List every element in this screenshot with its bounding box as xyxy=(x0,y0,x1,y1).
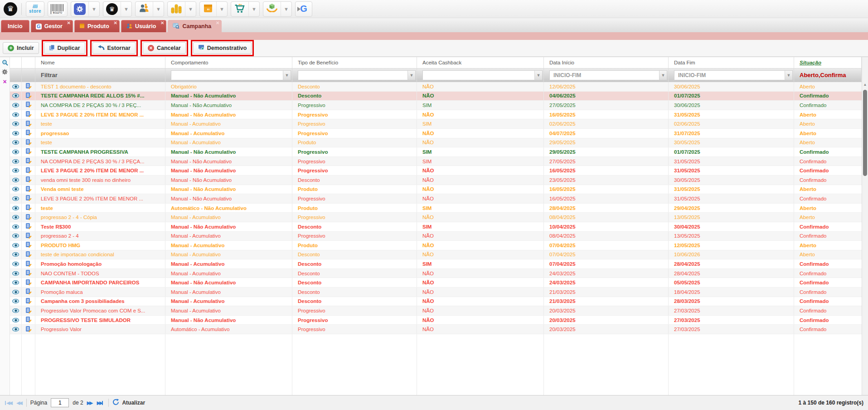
table-row[interactable]: LEVE 3 PAGUE 2 20% ITEM DE MENOR ... Man… xyxy=(10,110,862,120)
chevron-down-icon[interactable]: ▼ xyxy=(283,71,291,80)
eye-icon[interactable] xyxy=(12,168,19,173)
boleto-button[interactable]: BOLETO xyxy=(48,1,68,17)
product-dropdown-arrow[interactable]: ▼ xyxy=(216,2,227,16)
table-row[interactable]: TEST 1 documento - desconto Obrigatório … xyxy=(10,82,862,92)
gestor-dropdown-arrow[interactable]: ▼ xyxy=(121,2,131,16)
column-header-data-inicio[interactable]: Data Início xyxy=(544,57,669,68)
notes-icon[interactable] xyxy=(25,269,32,277)
eye-icon[interactable] xyxy=(12,252,19,257)
eye-icon[interactable] xyxy=(12,196,19,201)
notes-icon[interactable] xyxy=(25,101,32,109)
last-page-button[interactable]: ▶▶ xyxy=(97,400,105,406)
eye-icon[interactable] xyxy=(12,140,19,145)
column-header-tipo-beneficio[interactable]: Tipo de Benefício xyxy=(292,57,417,68)
eye-icon[interactable] xyxy=(12,150,19,154)
incluir-button[interactable]: + Incluir xyxy=(3,42,39,54)
notes-icon[interactable] xyxy=(25,83,32,90)
apply-filter-icon[interactable] xyxy=(1,59,8,66)
delivery-dropdown-arrow[interactable]: ▼ xyxy=(281,2,291,16)
close-tab-icon[interactable]: ✕ xyxy=(67,21,71,25)
table-row[interactable]: venda omni teste 300 reais no dinheiro M… xyxy=(10,176,862,185)
app-logo-crown-icon[interactable]: ♛ xyxy=(4,2,17,16)
notes-icon[interactable] xyxy=(25,288,32,296)
notes-icon[interactable] xyxy=(25,157,32,165)
eye-icon[interactable] xyxy=(12,271,19,276)
table-row[interactable]: LEVE 3 PAGUE 2 20% ITEM DE MENOR ... Man… xyxy=(10,166,862,176)
eye-icon[interactable] xyxy=(12,280,19,285)
table-row[interactable]: PROGRESSIVO TESTE SIMULADOR Manual - Não… xyxy=(10,316,862,325)
notes-icon[interactable] xyxy=(25,316,32,324)
eye-icon[interactable] xyxy=(12,206,19,210)
chevron-down-icon[interactable]: ▼ xyxy=(659,71,667,80)
notes-icon[interactable] xyxy=(25,120,32,128)
atualizar-button[interactable]: Atualizar xyxy=(112,399,145,407)
duplicar-button[interactable]: Duplicar xyxy=(44,42,85,54)
table-row[interactable]: LEVE 3 PAGUE 2 20% ITEM DE MENOR ... Man… xyxy=(10,194,862,204)
table-row[interactable]: NA COMPRA DE 2 PEÇAS 30 % / 3 PEÇ... Man… xyxy=(10,101,862,110)
eye-icon[interactable] xyxy=(12,215,19,220)
eye-icon[interactable] xyxy=(12,122,19,126)
tab-inicio[interactable]: Início xyxy=(1,20,29,32)
notes-icon[interactable] xyxy=(25,214,32,221)
settings-dropdown-arrow[interactable]: ▼ xyxy=(88,2,99,16)
situacao-filter-value[interactable]: Aberto,Confirma xyxy=(794,68,862,82)
aceita-cashback-filter-field[interactable]: ▼ xyxy=(422,70,543,80)
table-row[interactable]: Teste R$300 Manual - Não Acumulativo Des… xyxy=(10,222,862,232)
notes-icon[interactable] xyxy=(25,185,32,193)
tab-usuario[interactable]: Usuário ✕ xyxy=(121,20,167,32)
table-row[interactable]: Venda omni teste Manual - Não Acumulativ… xyxy=(10,185,862,195)
illi-store-button[interactable]: illi store xyxy=(26,1,44,17)
notes-icon[interactable] xyxy=(25,111,32,118)
close-tab-icon[interactable]: ✕ xyxy=(216,21,219,25)
eye-icon[interactable] xyxy=(12,112,19,117)
page-number-input[interactable] xyxy=(51,398,69,407)
notes-icon[interactable] xyxy=(25,232,32,240)
table-row[interactable]: Campanha com 3 possibiliadades Manual - … xyxy=(10,297,862,307)
notes-icon[interactable] xyxy=(25,195,32,202)
notes-icon[interactable] xyxy=(25,260,32,268)
comportamento-filter-field[interactable]: ▼ xyxy=(171,70,291,80)
table-row[interactable]: progressao 2 - 4 Manual - Acumulativo Pr… xyxy=(10,232,862,241)
table-row[interactable]: TESTE CAMPANHA PROGRESSIVA Manual - Não … xyxy=(10,147,862,157)
column-header-situacao[interactable]: Situação xyxy=(794,57,862,68)
notes-icon[interactable] xyxy=(25,148,32,156)
eye-icon[interactable] xyxy=(12,225,19,229)
notes-icon[interactable] xyxy=(25,241,32,249)
first-page-button[interactable]: ◀◀ xyxy=(5,400,13,406)
notes-icon[interactable] xyxy=(25,307,32,315)
eye-icon[interactable] xyxy=(12,131,19,136)
data-inicio-filter-field[interactable]: INICIO-FIM ▼ xyxy=(549,70,667,80)
sales-button[interactable] xyxy=(231,2,248,16)
filter-settings-gear-icon[interactable] xyxy=(1,68,8,75)
delivery-button[interactable] xyxy=(263,2,281,16)
notes-icon[interactable] xyxy=(25,176,32,184)
eye-icon[interactable] xyxy=(12,308,19,313)
data-fim-filter-field[interactable]: INICIO-FIM ▼ xyxy=(674,70,793,80)
column-header-comportamento[interactable]: Comportamento xyxy=(165,57,292,68)
table-row[interactable]: Progressivo Valor Promocao com COM e S..… xyxy=(10,306,862,316)
notes-icon[interactable] xyxy=(25,167,32,175)
next-page-button[interactable]: ▶▶ xyxy=(87,400,93,406)
eye-icon[interactable] xyxy=(12,234,19,238)
table-row[interactable]: progressao Manual - Acumulativo Progress… xyxy=(10,129,862,138)
table-row[interactable]: Promoção maluca Manual - Acumulativo Des… xyxy=(10,288,862,297)
table-row[interactable] xyxy=(10,334,862,395)
table-row[interactable]: teste Automático - Não Acumulativo Produ… xyxy=(10,204,862,213)
column-header-nome[interactable]: Nome xyxy=(35,57,165,68)
tab-gestor[interactable]: G Gestor ✕ xyxy=(31,20,73,32)
table-row[interactable]: NA COMPRA DE 2 PEÇAS 30 % / 3 PEÇA... Ma… xyxy=(10,157,862,166)
sync-button[interactable]: G xyxy=(295,1,312,17)
table-row[interactable]: teste Manual - Acumulativo Progressivo S… xyxy=(10,119,862,129)
sales-dropdown-arrow[interactable]: ▼ xyxy=(248,2,259,16)
demonstrativo-button[interactable]: Demonstrativo xyxy=(193,42,252,54)
close-tab-icon[interactable]: ✕ xyxy=(113,21,117,25)
estornar-button[interactable]: Estornar xyxy=(92,42,136,54)
eye-icon[interactable] xyxy=(12,84,19,89)
vertical-scrollbar[interactable]: ▲ xyxy=(862,57,868,395)
column-header-data-fim[interactable]: Data Fim xyxy=(669,57,794,68)
notes-icon[interactable] xyxy=(25,326,32,333)
settings-button[interactable] xyxy=(71,2,88,16)
clear-filter-icon[interactable]: × xyxy=(1,78,8,85)
eye-icon[interactable] xyxy=(12,178,19,182)
notes-icon[interactable] xyxy=(25,298,32,305)
